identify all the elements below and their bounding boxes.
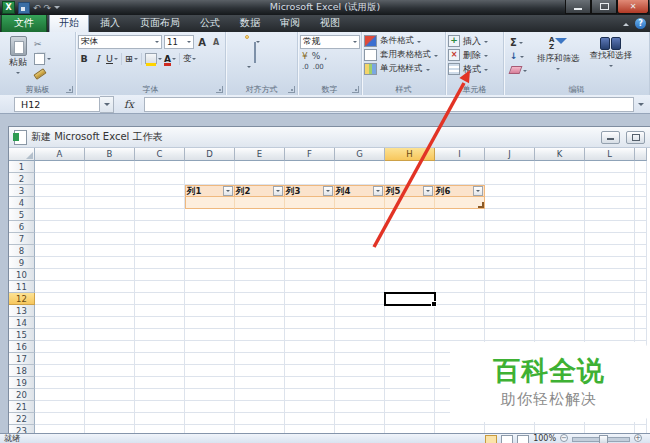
cell-B3[interactable]	[85, 185, 135, 197]
cell-B6[interactable]	[85, 221, 135, 233]
cell-C6[interactable]	[135, 221, 185, 233]
cell-A18[interactable]	[35, 365, 85, 377]
normal-view-button[interactable]	[485, 435, 497, 443]
cell-H21[interactable]	[385, 401, 435, 413]
cell-B21[interactable]	[85, 401, 135, 413]
cell-C14[interactable]	[135, 317, 185, 329]
close-button[interactable]: ✕	[617, 0, 649, 14]
align-top-button[interactable]	[231, 35, 235, 39]
font-name-combo[interactable]: 宋体	[78, 35, 162, 49]
cell-L15[interactable]	[585, 329, 635, 341]
row-header-2[interactable]: 2	[9, 173, 35, 185]
cell-L6[interactable]	[585, 221, 635, 233]
cell-H9[interactable]	[385, 257, 435, 269]
cell-H7[interactable]	[385, 233, 435, 245]
cell-J1[interactable]	[485, 161, 535, 173]
cell-B20[interactable]	[85, 389, 135, 401]
name-box-dropdown-icon[interactable]	[100, 96, 114, 113]
cell-E8[interactable]	[235, 245, 285, 257]
cell-K3[interactable]	[535, 185, 585, 197]
cell-C5[interactable]	[135, 209, 185, 221]
cell-E6[interactable]	[235, 221, 285, 233]
cell-styles-button[interactable]: 单元格样式	[364, 62, 443, 76]
cell-F19[interactable]	[285, 377, 335, 389]
column-header-I[interactable]: I	[435, 148, 485, 161]
sort-filter-button[interactable]: AZ 排序和筛选	[537, 34, 580, 83]
cell-H3[interactable]: 列5	[385, 185, 435, 197]
cell-C3[interactable]	[135, 185, 185, 197]
help-icon[interactable]: ?	[635, 18, 646, 29]
row-header-10[interactable]: 10	[9, 269, 35, 281]
cell-A2[interactable]	[35, 173, 85, 185]
cell-D6[interactable]	[185, 221, 235, 233]
cell-B12[interactable]	[85, 293, 135, 305]
delete-cells-button[interactable]: × 删除	[448, 48, 501, 62]
cell-D2[interactable]	[185, 173, 235, 185]
cell-G14[interactable]	[335, 317, 385, 329]
cell-G10[interactable]	[335, 269, 385, 281]
cell-E17[interactable]	[235, 353, 285, 365]
phonetic-guide-button[interactable]: 变	[183, 52, 197, 65]
cell-H5[interactable]	[385, 209, 435, 221]
cell-K1[interactable]	[535, 161, 585, 173]
cell-G6[interactable]	[335, 221, 385, 233]
cell-C15[interactable]	[135, 329, 185, 341]
column-header-C[interactable]: C	[135, 148, 185, 161]
cell-G12[interactable]	[335, 293, 385, 305]
cell-A11[interactable]	[35, 281, 85, 293]
cell-J4[interactable]	[485, 197, 535, 209]
cell-K6[interactable]	[535, 221, 585, 233]
cell-E7[interactable]	[235, 233, 285, 245]
cell-K15[interactable]	[535, 329, 585, 341]
conditional-formatting-button[interactable]: 条件格式	[364, 34, 443, 48]
cell-partial[interactable]	[635, 245, 647, 257]
autosum-button[interactable]: Σ	[510, 36, 527, 48]
cell-H15[interactable]	[385, 329, 435, 341]
cell-F11[interactable]	[285, 281, 335, 293]
cell-C20[interactable]	[135, 389, 185, 401]
cell-H19[interactable]	[385, 377, 435, 389]
font-color-button[interactable]: A	[164, 52, 176, 65]
expand-formula-bar-icon[interactable]	[634, 100, 648, 109]
cell-C13[interactable]	[135, 305, 185, 317]
cell-C4[interactable]	[135, 197, 185, 209]
cell-E16[interactable]	[235, 341, 285, 353]
cell-A12[interactable]	[35, 293, 85, 305]
column-header-L[interactable]: L	[585, 148, 635, 161]
qat-dropdown-icon[interactable]	[54, 6, 60, 12]
orientation-button[interactable]	[252, 35, 256, 39]
cell-D4[interactable]	[185, 197, 235, 209]
cell-J12[interactable]	[485, 293, 535, 305]
cell-K13[interactable]	[535, 305, 585, 317]
cell-J15[interactable]	[485, 329, 535, 341]
cell-partial[interactable]	[635, 233, 647, 245]
cell-E22[interactable]	[235, 413, 285, 425]
align-middle-button[interactable]	[238, 35, 242, 39]
cell-H1[interactable]	[385, 161, 435, 173]
row-header-22[interactable]: 22	[9, 413, 35, 425]
cell-H14[interactable]	[385, 317, 435, 329]
cell-H6[interactable]	[385, 221, 435, 233]
save-icon[interactable]	[18, 2, 30, 14]
row-header-13[interactable]: 13	[9, 305, 35, 317]
zoom-out-button[interactable]: −	[560, 434, 568, 442]
cell-F18[interactable]	[285, 365, 335, 377]
cell-H17[interactable]	[385, 353, 435, 365]
column-header-F[interactable]: F	[285, 148, 335, 161]
align-left-button[interactable]	[231, 51, 235, 55]
cell-E14[interactable]	[235, 317, 285, 329]
cell-H8[interactable]	[385, 245, 435, 257]
cell-B15[interactable]	[85, 329, 135, 341]
cell-J14[interactable]	[485, 317, 535, 329]
cell-C12[interactable]	[135, 293, 185, 305]
cell-partial[interactable]	[635, 269, 647, 281]
cell-I12[interactable]	[435, 293, 485, 305]
cell-D15[interactable]	[185, 329, 235, 341]
cell-G20[interactable]	[335, 389, 385, 401]
cell-H13[interactable]	[385, 305, 435, 317]
tab-insert[interactable]: 插入	[91, 14, 129, 32]
cell-F7[interactable]	[285, 233, 335, 245]
cell-A21[interactable]	[35, 401, 85, 413]
active-cell-selection[interactable]	[384, 292, 436, 306]
cell-L14[interactable]	[585, 317, 635, 329]
